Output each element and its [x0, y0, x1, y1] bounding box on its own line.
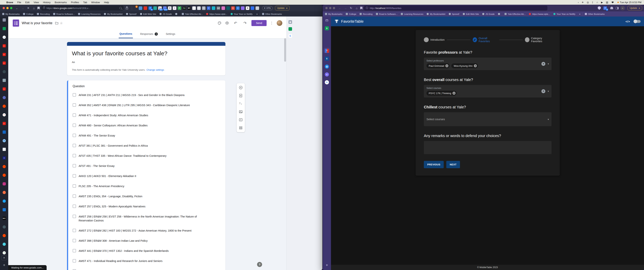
wifi-icon[interactable]: [611, 1, 614, 4]
address-bar[interactable]: ⓘ http://localhost:9000/favorites: [364, 6, 548, 11]
form-scrollbar[interactable]: [284, 38, 286, 270]
extension-icon[interactable]: P9+: [148, 6, 152, 10]
new-tab-button[interactable]: +: [326, 263, 328, 267]
remove-chip-icon[interactable]: ✕: [452, 92, 456, 95]
bookmark-item[interactable]: [175, 13, 178, 15]
extension-icon[interactable]: [251, 6, 254, 10]
update-button[interactable]: Update ≡: [275, 6, 290, 10]
close-window-button[interactable]: [325, 7, 328, 9]
zoom-page-icon[interactable]: [120, 7, 122, 9]
extension-icon[interactable]: $: [231, 6, 235, 10]
bookmark-item[interactable]: My Bookmarklet: [427, 13, 445, 15]
side-panel-icon[interactable]: [288, 27, 292, 31]
dropdown-caret-icon[interactable]: ▾: [548, 62, 549, 65]
vpn-button[interactable]: VPN: [262, 6, 273, 10]
tab-favicon[interactable]: [2, 18, 6, 22]
more-options-icon[interactable]: ⋮: [270, 21, 273, 25]
menu-history[interactable]: History: [43, 1, 50, 4]
extension-icon[interactable]: ✳: [168, 6, 172, 10]
tab-favicon[interactable]: G: [2, 113, 6, 116]
bookmark-item[interactable]: Spreed!: [126, 13, 137, 15]
minimize-window-button[interactable]: [6, 7, 8, 9]
back-button[interactable]: ←: [337, 7, 342, 10]
chillest-courses-select[interactable]: Select courses ▾: [424, 112, 552, 126]
extension-icon[interactable]: [153, 6, 157, 10]
checkbox-icon[interactable]: [73, 93, 76, 97]
extension-icon[interactable]: md: [216, 6, 220, 10]
status-icon[interactable]: ᛒ: [592, 1, 593, 4]
tab-favicon[interactable]: DEV: [2, 217, 6, 220]
move-folder-icon[interactable]: [55, 21, 58, 25]
help-button[interactable]: ?: [257, 262, 262, 267]
bookmark-item[interactable]: Your Year on Netlify: [231, 13, 253, 15]
checkbox-option-row[interactable]: AMST 471 - Individual Reading and Resear…: [73, 259, 221, 263]
tab-favicon[interactable]: [2, 225, 6, 229]
bookmarks-overflow-chevron[interactable]: »: [579, 13, 580, 15]
bookmark-item[interactable]: Recruiting: [37, 13, 50, 15]
menu-tab[interactable]: Tab: [83, 1, 87, 4]
brave-shield-button[interactable]: 2: [134, 6, 136, 10]
menu-help[interactable]: Help: [104, 1, 109, 4]
checkbox-option-row[interactable]: AMST 258 | ER&M 258 | EVST 258 - Wildern…: [73, 215, 221, 223]
checkbox-icon[interactable]: [73, 144, 76, 147]
tab-lightning-icon-active[interactable]: [325, 26, 329, 30]
forward-button[interactable]: →: [20, 7, 25, 10]
profile-avatar[interactable]: ▪▪: [620, 6, 625, 10]
question-card[interactable]: Question AFAM 231 | AFST 231 | ANTH 211 …: [67, 80, 226, 270]
checkbox-option-row[interactable]: AMST 491 - Senior Project: [73, 269, 221, 270]
send-button[interactable]: Send: [252, 20, 266, 26]
extension-icon[interactable]: S: [202, 6, 206, 10]
extension-icon[interactable]: [139, 6, 142, 10]
document-title[interactable]: What is your favorite: [22, 21, 52, 25]
step-overall-favorites[interactable]: Overall Favorites: [473, 37, 497, 43]
theme-toggle[interactable]: [634, 20, 641, 23]
extension-icon[interactable]: [226, 6, 230, 10]
back-button[interactable]: ←: [14, 7, 20, 10]
form-scroll-area[interactable]: What is your favorite courses at Yale? A…: [8, 38, 286, 270]
other-bookmarks[interactable]: Other Bookmarks: [262, 13, 282, 15]
tab-favicon[interactable]: ▸: [2, 87, 6, 91]
selection-chip[interactable]: Woo-Kyoung Ahn ✕: [451, 63, 478, 68]
add-title-icon[interactable]: T T: [239, 102, 243, 106]
extension-icon[interactable]: New: [163, 6, 166, 10]
checkbox-icon[interactable]: [73, 249, 76, 252]
preview-eye-icon[interactable]: [225, 21, 229, 25]
selection-chip[interactable]: Paul Grimstad ✕: [426, 63, 450, 68]
tab-favicon[interactable]: ▸: [2, 122, 6, 125]
tab-favicon[interactable]: [2, 70, 6, 73]
toggle-knob[interactable]: [634, 20, 637, 23]
checkbox-option-row[interactable]: AFST 381 | PLSC 381 - Government and Pol…: [73, 144, 221, 148]
account-avatar[interactable]: [277, 20, 282, 26]
status-icon[interactable]: ▤: [606, 1, 608, 4]
dropdown-caret-icon[interactable]: ▾: [548, 90, 549, 93]
add-section-icon[interactable]: [239, 126, 243, 130]
bookmark-item[interactable]: My Bookmarks: [325, 13, 342, 15]
menu-burger-icon[interactable]: ≡: [638, 7, 640, 10]
menu-profiles[interactable]: Profiles: [71, 1, 79, 4]
checkbox-icon[interactable]: [73, 194, 76, 198]
tab-settings[interactable]: Settings: [165, 30, 176, 38]
tab-questions[interactable]: Questions: [119, 30, 133, 38]
checkbox-icon[interactable]: [73, 259, 76, 262]
checkbox-option-row[interactable]: AMST 272 | ER&M 282 | HIST 183 | WGSS 27…: [73, 229, 221, 233]
clear-field-button[interactable]: ✕: [542, 89, 545, 93]
import-questions-icon[interactable]: [239, 94, 243, 98]
scrollbar-thumb[interactable]: [284, 38, 286, 62]
menu-app-name[interactable]: Brave: [6, 1, 13, 4]
code-icon[interactable]: </>: [626, 20, 630, 23]
menu-edit[interactable]: Edit: [25, 1, 30, 4]
bookmark-item[interactable]: College: [23, 13, 34, 15]
bookmark-item[interactable]: Edit Web Site: [463, 13, 479, 15]
redo-icon[interactable]: ↷: [244, 21, 247, 25]
extension-icon[interactable]: M+: [188, 6, 191, 10]
checkbox-option-row[interactable]: AMST 441 | ER&M 370 | HIST 130J - Indian…: [73, 249, 221, 253]
bookmark-item[interactable]: Your Year on Netlify: [554, 13, 576, 15]
reload-button[interactable]: ↻: [348, 6, 354, 10]
checkbox-icon[interactable]: [73, 113, 76, 117]
next-button[interactable]: NEXT: [446, 161, 460, 168]
checkbox-icon[interactable]: [73, 103, 76, 107]
update-button[interactable]: Update ≡: [628, 6, 642, 10]
extension-icon[interactable]: C99+: [158, 6, 162, 10]
checkbox-option-row[interactable]: AFST 491 - The Senior Essay: [73, 164, 221, 168]
home-button[interactable]: ⌂: [32, 7, 36, 10]
